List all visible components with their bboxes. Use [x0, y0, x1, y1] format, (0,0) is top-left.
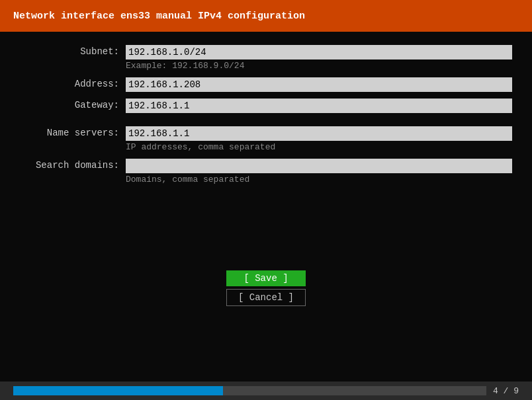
content-area: Subnet: Example: 192.168.9.0/24 Address:…	[0, 32, 532, 381]
subnet-input[interactable]	[126, 45, 512, 60]
progress-track	[13, 386, 486, 395]
name-servers-hint: IP addresses, comma separated	[126, 142, 512, 152]
gateway-row: Gateway:	[0, 99, 532, 113]
address-label: Address:	[20, 77, 126, 89]
progress-bar-area: 4 / 9	[0, 381, 532, 400]
app-container: Network interface ens33 manual IPv4 conf…	[0, 0, 532, 400]
search-domains-hint: Domains, comma separated	[126, 175, 512, 184]
search-domains-row: Search domains: Domains, comma separated	[0, 159, 532, 184]
title-text: Network interface ens33 manual IPv4 conf…	[13, 11, 305, 22]
save-button[interactable]: [ Save ]	[226, 270, 306, 286]
subnet-row: Subnet: Example: 192.168.9.0/24	[0, 45, 532, 71]
gateway-label: Gateway:	[20, 99, 126, 110]
name-servers-label: Name servers:	[20, 126, 126, 138]
name-servers-row: Name servers: IP addresses, comma separa…	[0, 126, 532, 152]
address-input[interactable]	[126, 77, 512, 92]
search-domains-field-container: Domains, comma separated	[126, 159, 512, 184]
address-row: Address:	[0, 77, 532, 92]
gateway-field-container	[126, 99, 512, 113]
search-domains-label: Search domains:	[20, 159, 126, 171]
subnet-label: Subnet:	[20, 45, 126, 57]
subnet-field-container: Example: 192.168.9.0/24	[126, 45, 512, 71]
cancel-label: [ Cancel ]	[238, 292, 294, 303]
title-bar: Network interface ens33 manual IPv4 conf…	[0, 0, 532, 32]
cancel-button[interactable]: [ Cancel ]	[226, 289, 306, 306]
search-domains-input[interactable]	[126, 159, 512, 173]
name-servers-input[interactable]	[126, 126, 512, 141]
save-label: [ Save ]	[244, 273, 288, 284]
progress-label: 4 / 9	[493, 386, 519, 396]
buttons-area: [ Save ] [ Cancel ]	[0, 270, 532, 306]
subnet-hint: Example: 192.168.9.0/24	[126, 61, 512, 71]
gateway-input[interactable]	[126, 99, 512, 113]
progress-fill	[13, 386, 223, 395]
name-servers-field-container: IP addresses, comma separated	[126, 126, 512, 152]
address-field-container	[126, 77, 512, 92]
